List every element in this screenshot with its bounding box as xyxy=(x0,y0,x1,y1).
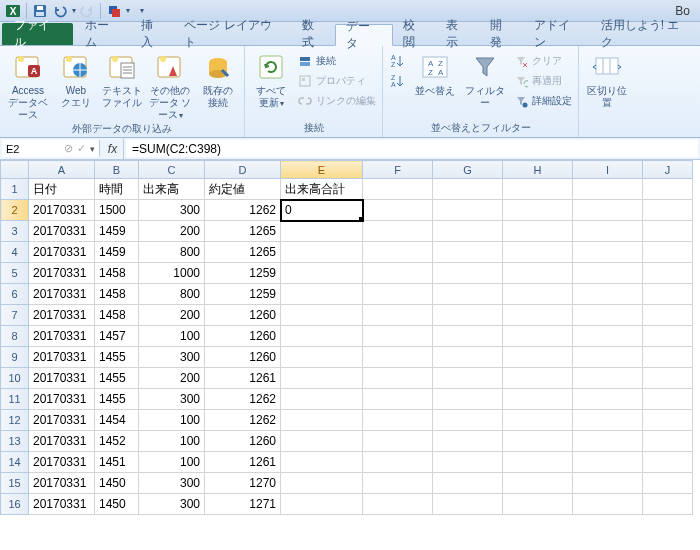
row-header[interactable]: 2 xyxy=(1,200,29,221)
cell[interactable] xyxy=(433,389,503,410)
refresh-all-button[interactable]: すべて 更新▾ xyxy=(249,49,293,109)
cell[interactable]: 1262 xyxy=(205,410,281,431)
from-other-sources-button[interactable]: その他の データ ソース▾ xyxy=(146,49,194,121)
clear-filter-button[interactable]: クリア xyxy=(511,51,574,71)
cell[interactable]: 20170331 xyxy=(29,200,95,221)
undo-dropdown-icon[interactable]: ▾ xyxy=(72,6,76,15)
tab-page-layout[interactable]: ページ レイアウト xyxy=(174,23,292,45)
sort-asc-button[interactable]: AZ xyxy=(387,51,407,71)
edit-links-button[interactable]: リンクの編集 xyxy=(295,91,378,111)
cell[interactable] xyxy=(433,179,503,200)
cell[interactable] xyxy=(503,473,573,494)
cell[interactable] xyxy=(433,452,503,473)
cell[interactable] xyxy=(573,263,643,284)
cell[interactable] xyxy=(433,410,503,431)
cell[interactable] xyxy=(573,494,643,515)
cell[interactable] xyxy=(363,389,433,410)
cell[interactable] xyxy=(643,410,693,431)
cell[interactable] xyxy=(503,368,573,389)
cell[interactable] xyxy=(433,305,503,326)
cell[interactable] xyxy=(503,410,573,431)
cell[interactable]: 約定値 xyxy=(205,179,281,200)
cell[interactable]: 300 xyxy=(139,200,205,221)
cell[interactable] xyxy=(433,368,503,389)
row-header[interactable]: 10 xyxy=(1,368,29,389)
cell[interactable] xyxy=(281,410,363,431)
cell[interactable]: 1500 xyxy=(95,200,139,221)
from-access-button[interactable]: A Access データベース xyxy=(4,49,52,121)
cell[interactable]: 1260 xyxy=(205,305,281,326)
cell[interactable] xyxy=(503,431,573,452)
row-header[interactable]: 15 xyxy=(1,473,29,494)
cell[interactable]: 1458 xyxy=(95,263,139,284)
cell[interactable]: 800 xyxy=(139,242,205,263)
cell[interactable] xyxy=(503,494,573,515)
cell[interactable]: 300 xyxy=(139,473,205,494)
cell[interactable] xyxy=(643,284,693,305)
cell[interactable] xyxy=(363,347,433,368)
cell[interactable] xyxy=(433,347,503,368)
select-all-button[interactable] xyxy=(1,161,29,179)
cell[interactable]: 1450 xyxy=(95,473,139,494)
column-header[interactable]: B xyxy=(95,161,139,179)
cell[interactable]: 20170331 xyxy=(29,305,95,326)
cell[interactable] xyxy=(503,200,573,221)
cell[interactable] xyxy=(281,326,363,347)
column-header[interactable]: H xyxy=(503,161,573,179)
sort-desc-button[interactable]: ZA xyxy=(387,71,407,91)
tab-addins[interactable]: アドイン xyxy=(524,23,591,45)
cell[interactable] xyxy=(573,221,643,242)
from-text-button[interactable]: テキスト ファイル xyxy=(100,49,144,109)
cell[interactable] xyxy=(433,200,503,221)
cell[interactable] xyxy=(573,368,643,389)
row-header[interactable]: 7 xyxy=(1,305,29,326)
cell[interactable]: 300 xyxy=(139,347,205,368)
row-header[interactable]: 8 xyxy=(1,326,29,347)
cell[interactable] xyxy=(363,326,433,347)
cell[interactable] xyxy=(503,305,573,326)
cell[interactable] xyxy=(433,221,503,242)
cell[interactable] xyxy=(573,389,643,410)
cell[interactable]: 1271 xyxy=(205,494,281,515)
column-header[interactable]: A xyxy=(29,161,95,179)
cell[interactable] xyxy=(503,452,573,473)
cell[interactable] xyxy=(281,347,363,368)
text-to-columns-button[interactable]: 区切り位置 xyxy=(583,49,631,109)
row-header[interactable]: 4 xyxy=(1,242,29,263)
cell[interactable] xyxy=(503,389,573,410)
cell[interactable]: 1261 xyxy=(205,452,281,473)
cell[interactable] xyxy=(363,368,433,389)
cell[interactable] xyxy=(433,494,503,515)
cell[interactable]: 100 xyxy=(139,326,205,347)
cell[interactable] xyxy=(573,242,643,263)
cell[interactable] xyxy=(363,221,433,242)
cell[interactable]: 1259 xyxy=(205,263,281,284)
cell[interactable] xyxy=(573,410,643,431)
cell[interactable] xyxy=(281,221,363,242)
cell[interactable] xyxy=(643,326,693,347)
cell[interactable] xyxy=(281,389,363,410)
cell[interactable]: 1455 xyxy=(95,389,139,410)
cell[interactable] xyxy=(281,431,363,452)
cell[interactable] xyxy=(643,200,693,221)
cell[interactable]: 20170331 xyxy=(29,473,95,494)
cell[interactable] xyxy=(643,494,693,515)
cell[interactable]: 1458 xyxy=(95,284,139,305)
cell[interactable] xyxy=(363,284,433,305)
cell[interactable]: 1265 xyxy=(205,242,281,263)
cell[interactable]: 20170331 xyxy=(29,263,95,284)
cell[interactable] xyxy=(433,473,503,494)
cell[interactable]: 時間 xyxy=(95,179,139,200)
cell[interactable]: 20170331 xyxy=(29,242,95,263)
cell[interactable] xyxy=(643,221,693,242)
cell[interactable]: 20170331 xyxy=(29,410,95,431)
from-web-button[interactable]: Web クエリ xyxy=(54,49,98,109)
row-header[interactable]: 16 xyxy=(1,494,29,515)
cell[interactable] xyxy=(573,179,643,200)
tab-extra[interactable]: 活用しよう! エク xyxy=(591,23,700,45)
tab-formulas[interactable]: 数式 xyxy=(292,23,336,45)
cell[interactable] xyxy=(363,263,433,284)
cell[interactable] xyxy=(573,284,643,305)
name-box[interactable]: E2 ⊘✓▾ xyxy=(2,140,100,157)
cell[interactable]: 20170331 xyxy=(29,221,95,242)
